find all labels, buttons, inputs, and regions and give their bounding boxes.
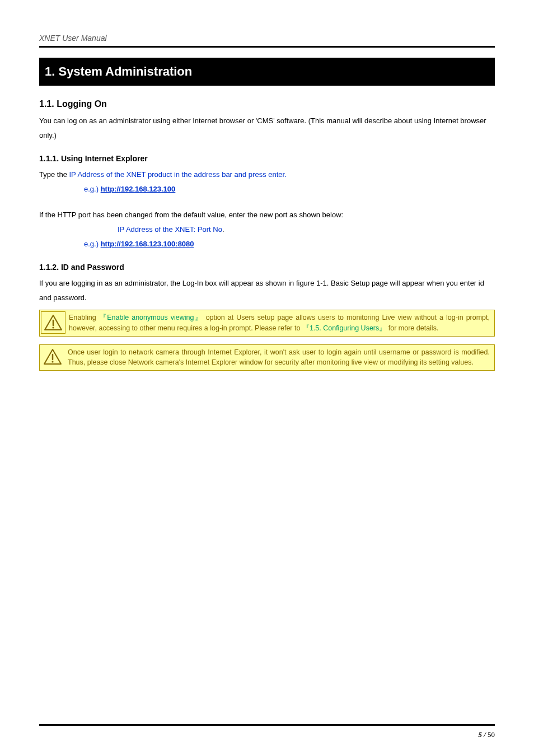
page-number: 5 / 50 xyxy=(39,730,495,739)
page-total: 50 xyxy=(488,730,495,739)
warning-icon-frame-2 xyxy=(41,346,64,367)
note-2-text: Once user login to network camera throug… xyxy=(65,345,494,371)
footer-rule xyxy=(39,724,495,726)
text-prefix: Type the xyxy=(39,170,69,179)
note1-tail: for more details. xyxy=(386,324,438,332)
warning-icon xyxy=(44,314,63,331)
note1-pre: Enabling xyxy=(69,314,99,321)
section-1-1-2-para: If you are logging in as an administrato… xyxy=(39,276,495,305)
note-box-2: Once user login to network camera throug… xyxy=(39,344,495,371)
note1-green2: 『1.5. Configuring Users』 xyxy=(302,324,386,332)
example-url-2[interactable]: http://192.168.123.100:8080 xyxy=(101,240,194,248)
svg-point-5 xyxy=(51,361,53,362)
svg-point-2 xyxy=(52,326,54,328)
note-1-text: Enabling 『Enable anonymous viewing』 opti… xyxy=(67,310,494,336)
chapter-title: 1. System Administration xyxy=(39,58,495,86)
period: . xyxy=(222,225,224,234)
content-spacer xyxy=(39,371,495,713)
section-1-1-2-heading: 1.1.2. ID and Password xyxy=(39,263,495,272)
note1-green1: 『Enable anonymous viewing』 xyxy=(99,314,203,321)
section-1-1-1-line1: Type the IP Address of the XNET product … xyxy=(39,167,495,182)
example-2: e.g.) http://192.168.123.100:8080 xyxy=(84,237,495,251)
warning-icon xyxy=(43,348,62,365)
eg-label: e.g.) xyxy=(84,185,101,193)
section-1-1-para: You can log on as an administrator using… xyxy=(39,114,495,143)
manual-title: XNET User Manual xyxy=(39,34,495,43)
port-pattern: IP Address of the XNET: Port No. xyxy=(118,222,495,237)
port-pattern-text: IP Address of the XNET: Port No xyxy=(118,225,222,234)
example-1: e.g.) http://192.168.123.100 xyxy=(84,182,495,197)
note-box-1: Enabling 『Enable anonymous viewing』 opti… xyxy=(39,310,495,337)
eg2-label: e.g.) xyxy=(84,240,101,248)
text-blue-instruction: IP Address of the XNET product in the ad… xyxy=(69,170,286,179)
header-rule xyxy=(39,46,495,48)
section-1-1-heading: 1.1. Logging On xyxy=(39,99,495,109)
section-1-1-1-heading: 1.1.1. Using Internet Explorer xyxy=(39,154,495,163)
port-change-line: If the HTTP port has been changed from t… xyxy=(39,208,495,222)
warning-icon-frame xyxy=(41,311,65,334)
example-url-1[interactable]: http://192.168.123.100 xyxy=(101,185,176,193)
page-sep: / xyxy=(482,730,488,739)
